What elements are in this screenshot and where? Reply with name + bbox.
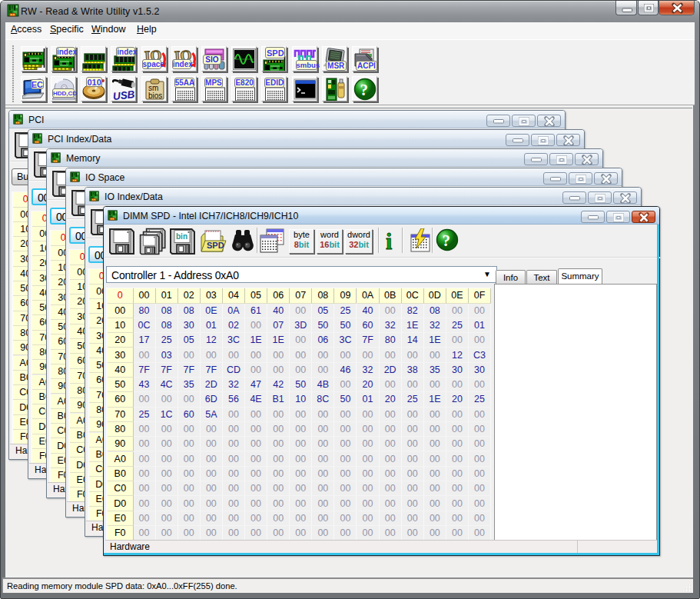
- svg-text:?: ?: [360, 81, 368, 99]
- svg-text:bin: bin: [176, 232, 187, 241]
- svg-text:?: ?: [443, 231, 451, 250]
- svg-text:SPD: SPD: [207, 241, 224, 250]
- svg-text:USB: USB: [113, 88, 136, 101]
- svg-text:bios: bios: [148, 92, 162, 100]
- svg-text:i: i: [386, 229, 392, 252]
